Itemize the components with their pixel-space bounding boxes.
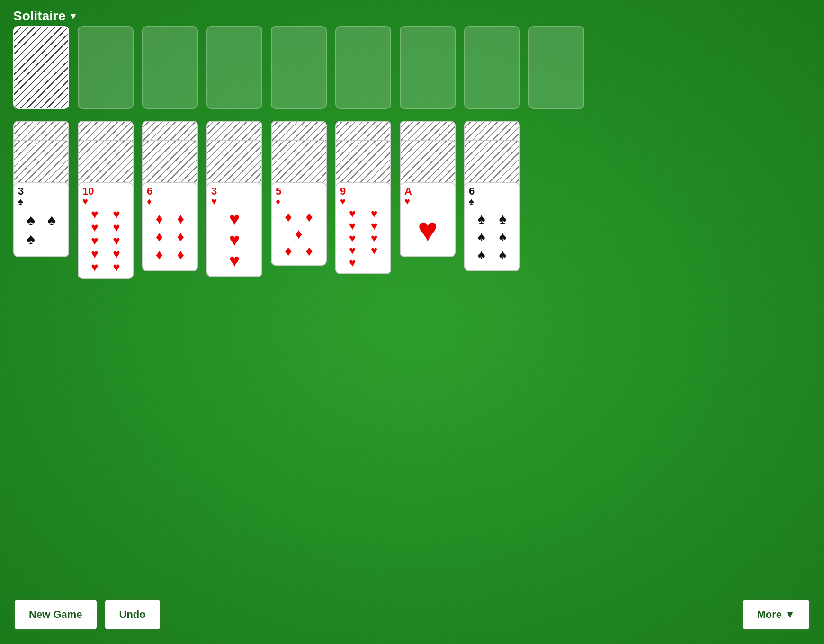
tableau-col-1: 3 ♠ ♠ ♠ ♠ [13,121,69,279]
face-down-stack-3 [142,121,198,163]
tableau-card-9h[interactable]: 9 ♥ ♥ ♥ ♥ ♥ ♥ ♥ ♥ ♥ ♥ [335,182,391,274]
foundation-slot-8[interactable] [528,26,584,109]
tableau-card-5d[interactable]: 5 ♦ ♦ ♦ ♦ ♦ ♦ [271,182,327,266]
tableau-col-3: 6 ♦ ♦ ♦ ♦ ♦ ♦ ♦ [142,121,198,279]
tableau-card-3h[interactable]: 3 ♥ ♥ ♥ ♥ [206,182,262,277]
face-down-stack-1 [13,121,69,163]
foundation-slot-7[interactable] [464,26,520,109]
tableau-col-6: 9 ♥ ♥ ♥ ♥ ♥ ♥ ♥ ♥ ♥ ♥ [335,121,391,279]
face-down-stack-2 [78,121,134,163]
tableau-col-7: A ♥ ♥ [400,121,456,279]
deck-card[interactable] [13,26,69,109]
app-header: Solitaire ▼ [13,9,78,24]
dropdown-icon[interactable]: ▼ [68,11,78,22]
tableau-col-4: 3 ♥ ♥ ♥ ♥ [206,121,262,279]
foundation-slot-2[interactable] [142,26,198,109]
tableau-card-10h[interactable]: 10 ♥ ♥ ♥ ♥ ♥ ♥ ♥ ♥ ♥ ♥ ♥ [78,182,134,279]
left-buttons: New Game Undo [13,599,161,631]
face-down-stack-7 [400,121,456,163]
new-game-button[interactable]: New Game [13,599,98,631]
foundation-slot-5[interactable] [335,26,391,109]
foundation-slot-3[interactable] [206,26,262,109]
app-title: Solitaire [13,9,65,24]
tableau-card-6s[interactable]: 6 ♠ ♠ ♠ ♠ ♠ ♠ ♠ [464,182,520,271]
top-area [13,26,584,109]
undo-button[interactable]: Undo [104,599,161,631]
face-down-stack-5 [271,121,327,163]
more-button[interactable]: More ▼ [742,599,811,631]
foundation-slot-4[interactable] [271,26,327,109]
tableau-col-2: 10 ♥ ♥ ♥ ♥ ♥ ♥ ♥ ♥ ♥ ♥ ♥ [78,121,134,279]
right-buttons: More ▼ [742,599,811,631]
face-down-stack-6 [335,121,391,163]
tableau-col-5: 5 ♦ ♦ ♦ ♦ ♦ ♦ [271,121,327,279]
tableau-col-8: 6 ♠ ♠ ♠ ♠ ♠ ♠ ♠ [464,121,520,279]
tableau-card-6d[interactable]: 6 ♦ ♦ ♦ ♦ ♦ ♦ ♦ [142,182,198,271]
tableau-card-ah[interactable]: A ♥ ♥ [400,182,456,257]
foundation-slot-6[interactable] [400,26,456,109]
bottom-bar: New Game Undo More ▼ [13,599,811,631]
face-down-stack-4 [206,121,262,163]
face-down-stack-8 [464,121,520,163]
tableau-card-3s[interactable]: 3 ♠ ♠ ♠ ♠ [13,182,69,257]
foundation-slot-1[interactable] [78,26,134,109]
tableau: 3 ♠ ♠ ♠ ♠ 10 ♥ ♥ ♥ ♥ ♥ [13,121,520,279]
